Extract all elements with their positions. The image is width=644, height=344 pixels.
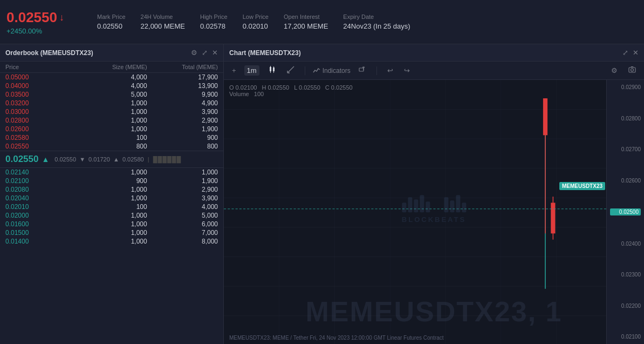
price-change: +2450.00% (6, 27, 82, 35)
bid-price: 0.01600 (5, 220, 76, 228)
chart-header: Chart (MEMEUSDTX23) ⤢ ✕ (224, 44, 644, 62)
open-interest-label: Open Interest (284, 14, 328, 20)
bid-total: 8,000 (147, 238, 218, 245)
ask-row[interactable]: 0.02580 100 900 (0, 133, 223, 142)
ask-price: 0.02800 (5, 117, 76, 124)
ask-size: 1,000 (76, 117, 147, 124)
ask-total: 4,900 (147, 99, 218, 107)
chart-screenshot-button[interactable] (626, 65, 639, 76)
bid-price: 0.01400 (5, 238, 76, 245)
orderbook-column-headers: Price Size (MEME) Total (MEME) (0, 62, 223, 73)
ask-row[interactable]: 0.02550 800 800 (0, 142, 223, 151)
ask-row[interactable]: 0.03000 1,000 3,900 (0, 107, 223, 116)
ask-size: 1,000 (76, 108, 147, 116)
ask-row[interactable]: 0.02800 1,000 2,900 (0, 116, 223, 125)
bid-size: 1,000 (76, 229, 147, 237)
candle-type-button[interactable] (265, 65, 279, 76)
ask-price: 0.02550 (5, 143, 76, 150)
draw-icon (287, 66, 294, 73)
volume-value: 22,000 MEME (141, 22, 185, 30)
bid-row[interactable]: 0.02010 100 4,000 (0, 203, 223, 211)
bid-total: 6,000 (147, 220, 218, 228)
bid-price: 0.02040 (5, 194, 76, 202)
share-button[interactable] (356, 65, 369, 76)
chart-bottom-label: MEMEUSDTX23: MEME / Tether Fri, 24 Nov 2… (229, 335, 444, 341)
bid-rows: 0.02140 1,000 1,000 0.02100 900 1,900 0.… (0, 168, 223, 344)
ask-total: 1,900 (147, 125, 218, 133)
toolbar-divider-2 (376, 66, 377, 75)
bid-size: 900 (76, 177, 147, 185)
close-icon[interactable]: ✕ (212, 49, 218, 57)
bid-total: 4,000 (147, 203, 218, 211)
ask-price: 0.04000 (5, 82, 76, 90)
indicators-button[interactable]: Indicators (313, 67, 351, 75)
price-axis-label: 0.02800 (610, 116, 641, 122)
price-axis-label: 0.02100 (610, 334, 641, 340)
price-axis-label: 0.02300 (610, 272, 641, 278)
svg-rect-3 (273, 68, 275, 71)
bid-row[interactable]: 0.01600 1,000 6,000 (0, 220, 223, 228)
svg-rect-0 (270, 67, 271, 71)
bid-total: 5,000 (147, 212, 218, 219)
bid-row[interactable]: 0.02000 1,000 5,000 (0, 211, 223, 220)
high-price-label: High Price (200, 14, 228, 20)
ask-price: 0.03000 (5, 108, 76, 116)
mark-price-label: Mark Price (97, 14, 126, 20)
bid-total: 1,000 (147, 168, 218, 176)
vol-label: Volume (229, 91, 249, 97)
add-indicator-button[interactable]: + (229, 65, 239, 76)
ask-rows: 0.05000 4,000 17,900 0.04000 4,000 13,90… (0, 73, 223, 151)
chart-header-icons: ⤢ ✕ (622, 49, 639, 57)
share-icon (359, 66, 366, 73)
mid-price-arrow-icon: ▲ (42, 155, 49, 164)
ask-price: 0.02580 (5, 134, 76, 141)
bid-total: 3,900 (147, 194, 218, 202)
chart-title: Chart (MEMEUSDTX23) (229, 49, 301, 57)
chart-close-icon[interactable]: ✕ (633, 49, 639, 57)
timeframe-button[interactable]: 1m (244, 65, 259, 76)
high-price-stat: High Price 0.02578 (200, 14, 228, 30)
price-arrow-icon: ↓ (59, 12, 64, 23)
bid-row[interactable]: 0.02140 1,000 1,000 (0, 168, 223, 177)
expand-icon[interactable]: ⤢ (202, 49, 208, 57)
bid-row[interactable]: 0.02040 1,000 3,900 (0, 194, 223, 203)
ask-row[interactable]: 0.04000 4,000 13,900 (0, 82, 223, 90)
ask-size: 4,000 (76, 82, 147, 90)
bid-row[interactable]: 0.01400 1,000 8,000 (0, 237, 223, 246)
ask-size: 1,000 (76, 99, 147, 107)
ohlc-info: O 0.02100 H 0.02550 L 0.02550 C 0.02550 … (229, 84, 356, 97)
ask-row[interactable]: 0.03200 1,000 4,900 (0, 99, 223, 107)
price-axis-label: 0.02600 (610, 178, 641, 184)
undo-button[interactable]: ↩ (385, 65, 396, 76)
ask-size: 1,000 (76, 125, 147, 133)
ask-price: 0.02600 (5, 125, 76, 133)
vol-value: 100 (254, 91, 267, 97)
svg-rect-28 (543, 98, 547, 135)
main-price-section: 0.02550 ↓ +2450.00% (6, 9, 82, 35)
chart-expand-icon[interactable]: ⤢ (622, 49, 628, 57)
price-chart (224, 80, 606, 344)
settings-icon[interactable]: ⚙ (191, 49, 197, 57)
volume-stat: 24H Volume 22,000 MEME (141, 14, 185, 30)
ask-row[interactable]: 0.05000 4,000 17,900 (0, 73, 223, 82)
low-price-label: Low Price (243, 14, 269, 20)
mark-price-value: 0.02550 (97, 22, 126, 30)
bid-row[interactable]: 0.02080 1,000 2,900 (0, 185, 223, 194)
price-axis-label: 0.02400 (610, 241, 641, 247)
chart-settings-button[interactable]: ⚙ (608, 65, 620, 76)
ask-row[interactable]: 0.03500 5,000 9,900 (0, 90, 223, 99)
open-interest-stat: Open Interest 17,200 MEME (284, 14, 328, 30)
low-price-stat: Low Price 0.02010 (243, 14, 269, 30)
bid-row[interactable]: 0.01500 1,000 7,000 (0, 228, 223, 237)
bid-row[interactable]: 0.02100 900 1,900 (0, 177, 223, 185)
bid-total: 2,900 (147, 186, 218, 193)
redo-button[interactable]: ↪ (401, 65, 413, 76)
bid-total: 7,000 (147, 229, 218, 237)
expiry-value: 24Nov23 (In 25 days) (343, 22, 410, 30)
bid-price: 0.02140 (5, 168, 76, 176)
ask-total: 800 (147, 143, 218, 150)
ask-row[interactable]: 0.02600 1,000 1,900 (0, 125, 223, 133)
price-axis-label: 0.02700 (610, 146, 641, 152)
price-axis: 0.029000.028000.027000.026000.025000.024… (606, 80, 644, 344)
draw-button[interactable] (284, 65, 297, 76)
